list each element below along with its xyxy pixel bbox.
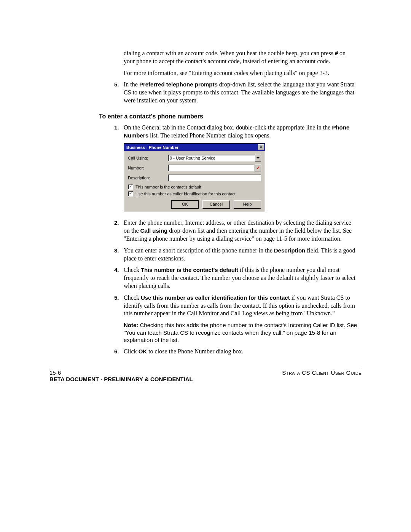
confidential-notice: BETA DOCUMENT - PRELIMINARY & CONFIDENTI… [49, 376, 362, 382]
close-icon[interactable]: × [258, 144, 264, 150]
check-icon[interactable]: ✓ [255, 165, 261, 171]
description-input[interactable] [168, 174, 261, 181]
dialog-title: Business - Phone Number [126, 145, 178, 150]
description-bold: Description [274, 247, 306, 254]
default-number-checkbox-row[interactable]: ✓ This number is the contact's default [128, 184, 261, 190]
preferred-prompts-label: Preferred telephone prompts [139, 81, 218, 88]
ok-bold: OK [139, 348, 147, 355]
step-number: 2. [114, 219, 124, 243]
step-number: 5. [114, 81, 124, 104]
step-2: 2. Enter the phone number, Internet addr… [114, 219, 358, 243]
number-input[interactable] [168, 165, 254, 171]
default-number-label: his number is the contact's default [138, 185, 201, 189]
default-number-bold: This number is the contact's default [141, 267, 238, 273]
number-label: Number: [128, 166, 168, 170]
step-number: 6. [114, 348, 124, 356]
intro-paragraph-2: For more information, see "Entering acco… [124, 69, 358, 77]
help-button[interactable]: Help [234, 200, 261, 209]
note-label: Note: [124, 322, 140, 328]
note-block: Note: Checking this box adds the phone n… [124, 321, 358, 344]
ok-button[interactable]: OK [171, 200, 199, 209]
phone-number-dialog: Business - Phone Number × Call Using: 9 … [124, 143, 265, 212]
step-number: 1. [114, 124, 124, 140]
step-3: 3. You can enter a short description of … [114, 247, 358, 263]
call-using-bold: Call using [140, 227, 168, 234]
step-number: 5. [114, 294, 124, 318]
step-6: 6. Click OK to close the Phone Number di… [114, 348, 358, 356]
step-number: 4. [114, 266, 124, 290]
step-5-prompts: 5. In the Preferred telephone prompts dr… [114, 81, 358, 104]
number-field-group[interactable]: ✓ [168, 165, 261, 171]
step-number: 3. [114, 247, 124, 263]
page-footer: 15-6 Strata CS Client User Guide BETA DO… [49, 367, 362, 382]
page-number: 15-6 [49, 369, 61, 376]
description-label: Description: [128, 176, 168, 180]
call-using-label: Call Using: [128, 156, 168, 160]
cancel-button[interactable]: Cancel [202, 200, 230, 209]
checkbox-checked-icon[interactable]: ✓ [128, 184, 133, 190]
step-4: 4. Check This number is the contact's de… [114, 266, 358, 290]
guide-title: Strata CS Client User Guide [282, 369, 362, 376]
chevron-down-icon[interactable] [255, 155, 261, 161]
note-body: Checking this box adds the phone number … [124, 322, 357, 343]
caller-id-label: se this number as caller identification … [139, 192, 236, 196]
caller-id-checkbox-row[interactable]: ✓ Use this number as caller identificati… [128, 191, 261, 197]
dialog-titlebar[interactable]: Business - Phone Number × [124, 144, 265, 151]
step-5: 5. Check Use this number as caller ident… [114, 294, 358, 318]
checkbox-checked-icon[interactable]: ✓ [128, 191, 133, 197]
hash-key: # [335, 50, 338, 56]
call-using-value[interactable]: 9 - User Routing Service [168, 155, 255, 161]
step-1: 1. On the General tab in the Contact dia… [114, 124, 358, 140]
subheading-enter-contact-numbers: To enter a contact's phone numbers [99, 113, 358, 120]
intro-paragraph-1: dialing a contact with an account code. … [124, 50, 358, 66]
intro-text: dialing a contact with an account code. … [124, 50, 335, 56]
call-using-combo[interactable]: 9 - User Routing Service [168, 155, 261, 161]
caller-id-bold: Use this number as caller identification… [141, 294, 290, 301]
